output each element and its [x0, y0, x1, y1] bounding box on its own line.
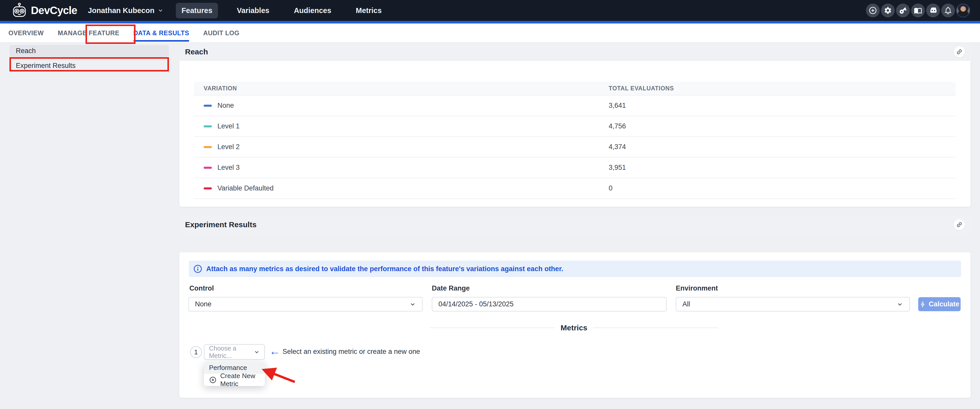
total-evaluations-value: 0 [609, 184, 946, 192]
nav-item-variables[interactable]: Variables [231, 3, 275, 18]
date-range-value: 04/14/2025 - 05/13/2025 [438, 300, 514, 308]
discord-icon [929, 6, 937, 15]
menu-item-create-new-metric[interactable]: Create New Metric [204, 374, 265, 386]
variation-name: Level 1 [218, 122, 240, 130]
info-icon [193, 264, 202, 273]
reach-title: Reach [185, 48, 208, 56]
metrics-divider: Metrics [430, 321, 718, 335]
calculate-button[interactable]: Calculate [918, 297, 961, 311]
brand-name: DevCycle [31, 4, 77, 17]
variation-name: None [218, 102, 234, 110]
experiment-results-permalink-button[interactable] [954, 219, 965, 230]
table-row: Level 1 4,756 [194, 116, 956, 136]
variation-color-dash [204, 125, 212, 127]
lightning-bolt-icon [920, 301, 926, 308]
variation-name: Level 2 [218, 143, 240, 151]
info-banner-text: Attach as many metrics as desired to val… [206, 265, 563, 273]
experiment-results-title: Experiment Results [185, 220, 256, 229]
bell-icon [944, 6, 952, 14]
chevron-down-icon [897, 301, 903, 308]
project-name: Jonathan Kubecon [88, 6, 154, 15]
menu-item-label: Performance [209, 364, 247, 372]
top-header: DevCycle Jonathan Kubecon Features Varia… [0, 0, 980, 21]
nav-item-features[interactable]: Features [176, 3, 218, 18]
tab-data-and-results[interactable]: DATA & RESULTS [134, 24, 189, 42]
column-header-total-evaluations: TOTAL EVALUATIONS [609, 85, 946, 92]
reach-permalink-button[interactable] [954, 46, 965, 57]
control-select[interactable]: None [188, 297, 423, 312]
create-button[interactable] [866, 3, 880, 18]
api-keys-button[interactable] [896, 3, 910, 18]
tab-overview[interactable]: OVERVIEW [8, 24, 44, 42]
devcycle-logo[interactable]: DevCycle [11, 3, 77, 18]
variation-color-dash [204, 146, 212, 148]
variation-color-dash [204, 167, 212, 169]
variation-name: Level 3 [218, 164, 240, 172]
variation-table: VARIATION TOTAL EVALUATIONS None 3,641 L… [194, 82, 956, 199]
feature-tabbar: OVERVIEW MANAGE FEATURE DATA & RESULTS A… [0, 24, 980, 43]
variation-name: Variable Defaulted [218, 184, 274, 192]
link-icon [956, 221, 963, 228]
key-icon [899, 6, 907, 14]
choose-metric-select[interactable]: Choose a Metric... [204, 344, 265, 360]
total-evaluations-value: 3,951 [609, 164, 946, 172]
left-arrow-icon: ← [269, 345, 280, 357]
reach-card: VARIATION TOTAL EVALUATIONS None 3,641 L… [180, 61, 970, 207]
chevron-down-icon [254, 349, 260, 355]
chevron-down-icon [409, 301, 416, 308]
nav-item-audiences[interactable]: Audiences [288, 3, 337, 18]
metric-dropdown-menu: Performance Create New Metric [204, 361, 265, 386]
control-value: None [195, 300, 212, 308]
variation-color-dash [204, 105, 212, 107]
progress-bar [0, 21, 980, 24]
table-row: Level 3 3,951 [194, 157, 956, 178]
tab-manage-feature[interactable]: MANAGE FEATURE [58, 24, 119, 42]
notifications-button[interactable] [941, 3, 955, 18]
book-icon [914, 6, 922, 14]
project-switcher[interactable]: Jonathan Kubecon [88, 6, 164, 15]
info-banner: Attach as many metrics as desired to val… [189, 261, 961, 277]
variation-color-dash [204, 188, 212, 189]
plus-circle-icon [869, 6, 877, 15]
documentation-button[interactable] [911, 3, 925, 18]
section-sidebar: Reach Experiment Results [10, 45, 169, 75]
sidebar-item-reach[interactable]: Reach [10, 45, 169, 57]
total-evaluations-value: 4,756 [609, 122, 946, 130]
gear-icon [884, 6, 892, 14]
tab-audit-log[interactable]: AUDIT LOG [203, 24, 239, 42]
header-actions [866, 3, 970, 18]
variation-table-header: VARIATION TOTAL EVALUATIONS [194, 82, 956, 95]
experiment-results-card-header: Experiment Results [180, 216, 970, 234]
discord-button[interactable] [926, 3, 940, 18]
chevron-down-icon [158, 7, 164, 14]
metric-hint-text: Select an existing metric or create a ne… [283, 348, 420, 356]
environment-label: Environment [676, 285, 718, 292]
menu-item-label: Create New Metric [220, 372, 260, 386]
control-label: Control [189, 285, 214, 292]
calculate-label: Calculate [929, 300, 959, 308]
sidebar-item-experiment-results[interactable]: Experiment Results [10, 59, 169, 72]
metrics-heading: Metrics [560, 323, 587, 332]
primary-nav: Features Variables Audiences Metrics [176, 3, 387, 18]
total-evaluations-value: 4,374 [609, 143, 946, 151]
user-avatar[interactable] [956, 3, 970, 18]
nav-item-metrics[interactable]: Metrics [350, 3, 387, 18]
column-header-variation: VARIATION [204, 85, 609, 92]
table-row: None 3,641 [194, 95, 956, 116]
date-range-input[interactable]: 04/14/2025 - 05/13/2025 [432, 297, 667, 312]
link-icon [956, 48, 963, 55]
metric-row-number-badge: 1 [190, 346, 202, 358]
table-row: Variable Defaulted 0 [194, 178, 956, 198]
experiment-results-card: Attach as many metrics as desired to val… [180, 252, 970, 398]
plus-circle-icon [209, 376, 217, 384]
table-row: Level 2 4,374 [194, 136, 956, 157]
choose-metric-placeholder: Choose a Metric... [209, 345, 251, 360]
environment-select[interactable]: All [676, 297, 910, 312]
total-evaluations-value: 3,641 [609, 102, 946, 110]
date-range-label: Date Range [432, 285, 470, 292]
environment-value: All [682, 300, 690, 308]
devcycle-robot-icon [11, 3, 27, 18]
reach-card-header: Reach [180, 43, 970, 61]
settings-button[interactable] [881, 3, 895, 18]
